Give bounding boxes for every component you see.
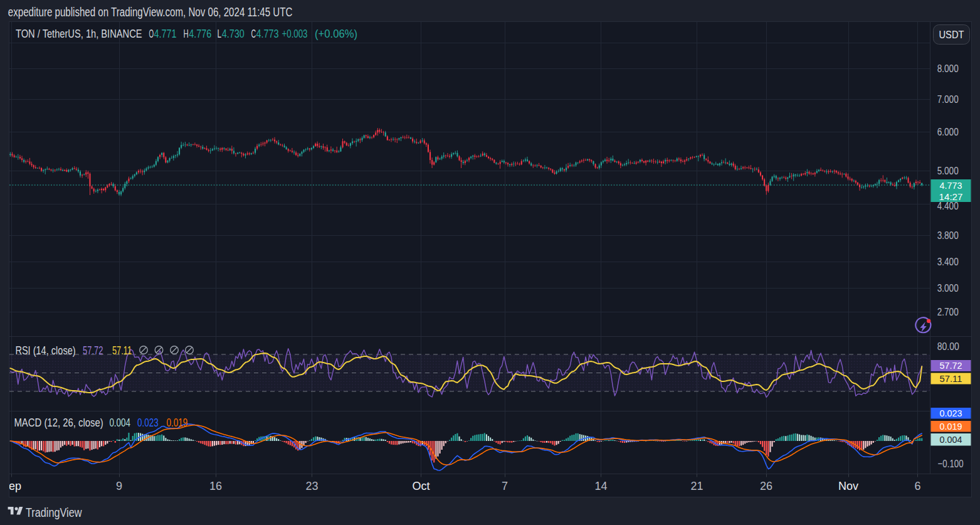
svg-text:+0.003: +0.003 (282, 27, 308, 40)
svg-text:(+0.06%): (+0.06%) (315, 27, 357, 40)
svg-text:4.730: 4.730 (222, 27, 245, 40)
svg-text:9: 9 (116, 480, 122, 492)
svg-text:8.000: 8.000 (937, 63, 959, 75)
svg-text:0.004: 0.004 (109, 416, 130, 429)
svg-text:4.773: 4.773 (940, 180, 962, 191)
svg-text:0.023: 0.023 (137, 416, 159, 429)
svg-text:Nov: Nov (838, 480, 858, 492)
svg-text:0.019: 0.019 (940, 421, 962, 432)
svg-text:H: H (184, 27, 189, 40)
svg-text:16: 16 (209, 480, 222, 492)
svg-text:O: O (149, 27, 154, 40)
svg-text:0.023: 0.023 (940, 408, 962, 418)
svg-text:21: 21 (690, 480, 703, 492)
svg-text:6.000: 6.000 (937, 126, 959, 138)
svg-text:57.11: 57.11 (112, 344, 132, 357)
svg-text:7.000: 7.000 (937, 93, 959, 105)
svg-text:4.776: 4.776 (189, 27, 211, 40)
svg-text:−0.100: −0.100 (938, 458, 964, 470)
svg-text:3.000: 3.000 (937, 282, 959, 294)
svg-text:TON / TetherUS, 1h, BINANCE: TON / TetherUS, 1h, BINANCE (16, 27, 142, 40)
svg-text:0.019: 0.019 (167, 416, 188, 429)
svg-text:3.800: 3.800 (937, 230, 959, 241)
svg-text:Oct: Oct (412, 480, 429, 492)
svg-text:RSI (14, close): RSI (14, close) (15, 344, 75, 357)
svg-text:L: L (218, 27, 222, 40)
svg-text:4.771: 4.771 (154, 27, 177, 40)
svg-text:TradingView: TradingView (26, 506, 82, 519)
svg-text:expediture published on Tradin: expediture published on TradingView.com,… (8, 5, 293, 19)
svg-text:14: 14 (594, 480, 607, 492)
svg-text:14:27: 14:27 (939, 191, 963, 202)
svg-text:6: 6 (914, 480, 920, 492)
svg-text:26: 26 (760, 480, 772, 492)
svg-text:0.004: 0.004 (940, 434, 962, 445)
svg-text:4.773: 4.773 (256, 27, 279, 40)
svg-text:USDT: USDT (939, 29, 964, 40)
svg-text:23: 23 (305, 480, 318, 492)
svg-text:57.72: 57.72 (83, 344, 103, 357)
svg-text:57.11: 57.11 (940, 373, 962, 384)
svg-text:2.700: 2.700 (937, 306, 959, 318)
svg-text:C: C (251, 27, 256, 40)
svg-text:7: 7 (502, 480, 508, 492)
svg-text:3.400: 3.400 (937, 256, 959, 268)
svg-text:5.000: 5.000 (937, 165, 959, 177)
svg-text:80.00: 80.00 (937, 341, 959, 353)
svg-text:57.72: 57.72 (940, 360, 962, 371)
svg-text:MACD (12, 26, close): MACD (12, 26, close) (14, 416, 103, 429)
